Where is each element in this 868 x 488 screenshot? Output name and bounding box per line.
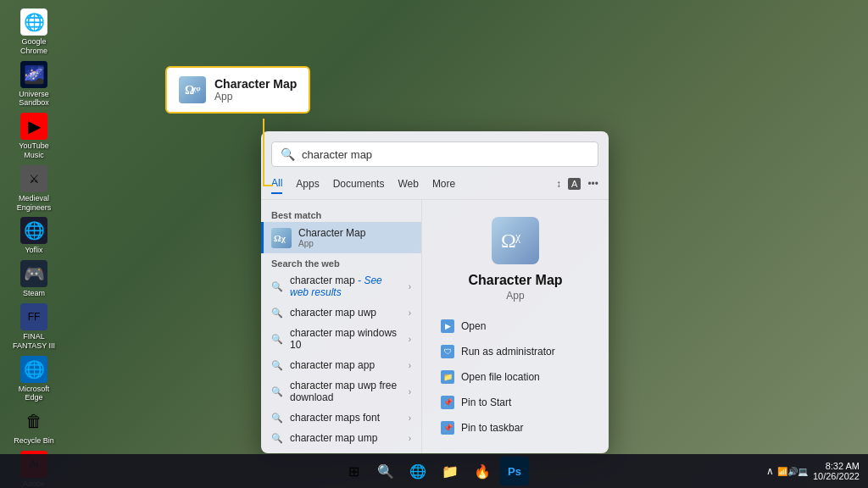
web-result-text-4: character map uwp free download [290,380,402,403]
web-result-text-2: character map windows 10 [290,327,402,351]
desktop-icon-recycle[interactable]: 🗑 Recycle Bin [8,408,59,446]
tab-web[interactable]: Web [398,175,418,193]
web-search-icon-3: 🔍 [271,360,283,371]
detail-app-icon: Ω χ [492,217,539,264]
desktop-icon-medieval[interactable]: ⚔ Medieval Engineers [8,165,59,213]
action-pin-taskbar[interactable]: 📌 Pin to taskbar [436,417,595,439]
admin-icon: 🛡 [441,345,454,358]
tab-documents[interactable]: Documents [333,175,385,193]
web-arrow-3: › [409,361,411,370]
svg-text:χ: χ [515,230,521,243]
desktop-icon-universe[interactable]: 🌌 Universe Sandbox [8,61,59,108]
pin-start-label: Pin to Start [461,396,511,408]
best-match-item[interactable]: Ωχ Character Map App [261,222,421,253]
search-input[interactable] [302,148,589,161]
web-result-text-3: character map app [290,359,402,371]
desktop-icon-list: 🌐 Google Chrome 🌌 Universe Sandbox ▶ You… [8,8,59,488]
filter-a-icon: A [568,178,581,190]
callout-app-icon: Ω χφ [179,76,206,103]
pin-taskbar-icon: 📌 [441,421,454,435]
web-arrow-0: › [409,282,411,291]
detail-app-type: App [436,290,595,302]
web-result-text-1: character map uwp [290,307,402,319]
pin-start-icon: 📌 [441,396,454,409]
tab-apps[interactable]: Apps [296,175,319,193]
web-search-icon-1: 🔍 [271,308,283,319]
web-result-6[interactable]: 🔍 character map ump › [261,428,421,448]
tray-up-icon[interactable]: ∧ [766,465,774,477]
best-match-type: App [298,239,411,248]
best-match-icon: Ωχ [271,228,292,248]
action-open[interactable]: ▶ Open [436,315,595,337]
svg-text:Ω: Ω [501,230,516,252]
web-result-text-6: character map ump [290,432,402,444]
tab-all[interactable]: All [271,174,282,194]
best-match-text: Character Map App [298,227,411,248]
search-panel: 🔍 All Apps Documents Web More ↕ A ••• Be… [261,131,609,453]
callout-app-info: Character Map App [214,77,297,103]
web-arrow-6: › [409,434,411,443]
desktop-icon-edge[interactable]: 🌐 Microsoft Edge [8,356,59,403]
taskbar-explorer-icon[interactable]: 📁 [436,457,465,485]
web-search-icon-5: 🔍 [271,413,283,424]
location-label: Open file location [461,371,540,383]
search-bar-container: 🔍 [261,131,609,174]
web-result-1[interactable]: 🔍 character map uwp › [261,302,421,323]
search-icon: 🔍 [281,147,295,161]
filter-icons: ↕ A ••• [556,178,598,190]
web-result-0[interactable]: 🔍 character map - See web results › [261,270,421,302]
svg-text:χφ: χφ [192,84,201,92]
desktop-icon-ff[interactable]: FF FINAL FANTASY III [8,303,59,351]
action-run-admin[interactable]: 🛡 Run as administrator [436,341,595,363]
tab-more[interactable]: More [432,175,455,193]
callout-app-type: App [214,91,297,103]
desktop-icon-yoflix[interactable]: 🌐 Yoflix [8,217,59,255]
web-search-icon-2: 🔍 [271,334,283,345]
taskbar-edge-icon[interactable]: 🌐 [403,457,432,485]
taskbar-right: ∧ 📶🔊💻 8:32 AM 10/26/2022 [766,461,860,481]
web-result-text-7: character map in hindi [290,452,402,453]
results-right: Ω χ Character Map App ▶ Open 🛡 Run as ad… [422,200,609,453]
web-arrow-2: › [409,335,411,344]
taskbar-search-icon[interactable]: 🔍 [371,457,400,485]
admin-label: Run as administrator [461,346,555,358]
action-open-location[interactable]: 📁 Open file location [436,366,595,388]
search-input-wrap[interactable]: 🔍 [271,141,598,167]
web-result-5[interactable]: 🔍 character maps font › [261,408,421,428]
results-container: Best match Ωχ Character Map App Search t… [261,200,609,453]
web-search-icon-4: 🔍 [271,386,283,397]
taskbar-firefox-icon[interactable]: 🔥 [468,457,497,485]
best-match-name: Character Map [298,227,411,239]
web-result-3[interactable]: 🔍 character map app › [261,355,421,375]
web-arrow-1: › [409,308,411,318]
desktop-icon-steam[interactable]: 🎮 Steam [8,260,59,298]
web-result-2[interactable]: 🔍 character map windows 10 › [261,323,421,355]
filter-tabs: All Apps Documents Web More ↕ A ••• [261,174,609,200]
desktop: 🌐 Google Chrome 🌌 Universe Sandbox ▶ You… [0,0,868,488]
desktop-icon-chrome[interactable]: 🌐 Google Chrome [8,8,59,56]
web-result-7[interactable]: 🔍 character map in hindi › [261,448,421,453]
location-icon: 📁 [441,370,454,384]
taskbar-ps-icon[interactable]: Ps [500,457,529,485]
filter-more-icon[interactable]: ••• [587,178,598,190]
system-tray: ∧ 📶🔊💻 [766,465,808,477]
desktop-icon-youtube[interactable]: ▶ YouTube Music [8,113,59,160]
web-arrow-5: › [409,413,411,423]
search-web-label: Search the web [261,253,421,270]
taskbar-start-button[interactable]: ⊞ [339,457,368,485]
web-search-icon-7: 🔍 [271,453,283,454]
pin-taskbar-label: Pin to taskbar [461,422,523,434]
detail-actions: ▶ Open 🛡 Run as administrator 📁 Open fil… [436,315,595,439]
connector-horizontal [263,185,273,186]
action-pin-start[interactable]: 📌 Pin to Start [436,391,595,413]
web-result-4[interactable]: 🔍 character map uwp free download › [261,375,421,408]
web-result-text-5: character maps font [290,412,402,424]
web-search-icon-0: 🔍 [271,281,283,292]
callout-app-name: Character Map [214,77,297,91]
tray-icons: 📶🔊💻 [777,467,808,476]
detail-app-name: Character Map [436,273,595,288]
taskbar-center: ⊞ 🔍 🌐 📁 🔥 Ps [339,457,529,485]
svg-text:Ωχ: Ωχ [274,233,287,243]
results-left: Best match Ωχ Character Map App Search t… [261,200,422,453]
system-clock[interactable]: 8:32 AM 10/26/2022 [813,461,860,481]
